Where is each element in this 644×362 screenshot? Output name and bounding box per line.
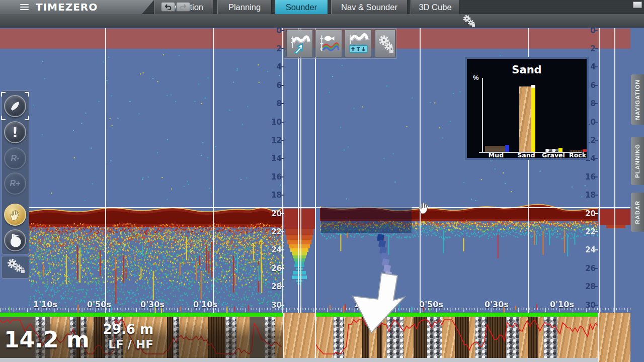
depth-tick bbox=[281, 176, 284, 177]
depth-tick bbox=[595, 85, 598, 86]
echo-sliders-icon bbox=[347, 32, 370, 55]
depth-tick bbox=[595, 66, 598, 67]
event-mark-button[interactable]: ! bbox=[3, 120, 27, 144]
sidebar-tab-radar[interactable]: RADAR bbox=[631, 193, 644, 232]
depth-tick bbox=[595, 122, 598, 123]
pan-mode-button[interactable] bbox=[3, 203, 27, 227]
range-out-button[interactable]: R- bbox=[3, 146, 27, 170]
depth-label: 24 bbox=[262, 245, 282, 254]
depth-label: 12 bbox=[262, 136, 282, 145]
depth-label: 22 bbox=[262, 227, 282, 236]
sidebar-tab-label: PLANNING bbox=[634, 144, 640, 178]
timezero-app: 0022446688101012121414161618182020222224… bbox=[0, 0, 644, 362]
menu-icon[interactable] bbox=[20, 4, 29, 11]
grid-line-vertical bbox=[105, 28, 106, 313]
drop-arrow-cursor bbox=[342, 261, 413, 337]
time-label: 0'50s bbox=[82, 300, 117, 309]
boat-icon bbox=[4, 95, 26, 117]
window-button[interactable] bbox=[633, 2, 642, 8]
depth-tick bbox=[281, 195, 284, 196]
depth-label: 8 bbox=[262, 99, 282, 108]
depth-tick bbox=[281, 231, 284, 232]
tools-lock-button[interactable] bbox=[3, 257, 27, 277]
depth-tick bbox=[281, 268, 284, 269]
sidebar-tab-planning[interactable]: PLANNING bbox=[631, 137, 644, 185]
tab-label: Nav & Sounder bbox=[341, 3, 397, 12]
depth-label: 10 bbox=[262, 118, 282, 127]
sounder-settings-button[interactable] bbox=[375, 30, 395, 57]
depth-label: 16 bbox=[576, 172, 596, 182]
tab-planning[interactable]: Planning bbox=[217, 0, 272, 14]
depth-tick bbox=[595, 249, 598, 250]
fish-echo-icon bbox=[317, 32, 341, 55]
depth-tick bbox=[595, 286, 598, 287]
range-in-button[interactable]: R+ bbox=[3, 171, 27, 196]
depth-label: 6 bbox=[262, 81, 282, 90]
create-waypoint-button[interactable] bbox=[3, 228, 27, 252]
depth-tick bbox=[281, 103, 284, 104]
center-on-boat-button[interactable] bbox=[3, 94, 27, 118]
depth-label: 28 bbox=[576, 282, 596, 291]
panel-divider-line bbox=[315, 28, 316, 313]
depth-tick bbox=[281, 213, 284, 214]
waypoint-flag-icon bbox=[4, 229, 26, 251]
hand-icon bbox=[4, 204, 26, 226]
gears-lock-icon bbox=[376, 34, 394, 54]
echo-history-button[interactable] bbox=[286, 30, 313, 57]
echo-selection-box[interactable] bbox=[321, 207, 412, 233]
depth-tick bbox=[281, 158, 284, 159]
panel-divider-line bbox=[282, 28, 283, 313]
grid-line-vertical bbox=[213, 28, 214, 313]
workspace-tab-bar bbox=[0, 14, 644, 28]
undo-icon bbox=[165, 4, 172, 10]
fish-display-button[interactable] bbox=[315, 30, 342, 57]
depth-label: 18 bbox=[262, 191, 282, 200]
depth-label: 16 bbox=[262, 172, 282, 182]
bottom-scrollbar[interactable] bbox=[0, 358, 598, 362]
depth-tick bbox=[595, 176, 598, 177]
depth-tick bbox=[595, 30, 598, 31]
echo-adjustments-button[interactable] bbox=[345, 30, 371, 57]
popup-bar-cap bbox=[531, 85, 535, 88]
tab-3d-cube[interactable]: 3D Cube bbox=[411, 0, 460, 14]
redo-icon bbox=[180, 4, 187, 10]
grid-line-vertical bbox=[599, 28, 600, 313]
tab-label: 3D Cube bbox=[419, 3, 451, 12]
range-plus-icon: R+ bbox=[10, 179, 21, 188]
depth-tick bbox=[281, 305, 284, 306]
popup-category-label: Rock bbox=[562, 151, 593, 159]
grid-line-vertical bbox=[614, 28, 615, 313]
workspace-settings-button[interactable] bbox=[461, 14, 478, 28]
depth-label: 2 bbox=[576, 44, 596, 53]
grid-line-vertical bbox=[420, 28, 421, 313]
depth-tick bbox=[595, 195, 598, 196]
popup-category-label: Sand bbox=[511, 151, 541, 159]
popup-bar bbox=[519, 86, 531, 152]
depth-tick bbox=[595, 48, 598, 49]
redo-button[interactable] bbox=[176, 2, 190, 12]
time-label: 1'10s bbox=[28, 300, 63, 309]
echo-cursor-icon bbox=[288, 32, 311, 55]
gears-lock-icon bbox=[461, 14, 477, 28]
depth-label: 24 bbox=[576, 245, 596, 254]
popup-category-label: Mud bbox=[481, 151, 511, 159]
time-label: 0'10s bbox=[188, 300, 223, 309]
depth-tick bbox=[281, 140, 284, 141]
depth-tick bbox=[595, 158, 598, 159]
bottom-classification-popup: Sand % MudSandGravelRock bbox=[465, 57, 589, 160]
sidebar-tab-navigation[interactable]: NAVIGATION bbox=[631, 74, 644, 125]
live-edge-column bbox=[598, 313, 630, 362]
depth-label: 2 bbox=[262, 44, 282, 53]
depth-tick bbox=[595, 305, 598, 306]
undo-button[interactable] bbox=[161, 2, 175, 12]
hand-cursor bbox=[417, 200, 432, 215]
tab-label: Planning bbox=[228, 3, 261, 12]
depth-tick bbox=[595, 231, 598, 232]
depth-tick bbox=[595, 268, 598, 269]
bottom-quality-bar bbox=[0, 313, 283, 317]
tab-nav-and-sounder[interactable]: Nav & Sounder bbox=[331, 0, 408, 14]
depth-tick bbox=[281, 66, 284, 67]
depth-tick bbox=[281, 122, 284, 123]
depth-label: 14 bbox=[262, 154, 282, 163]
tab-sounder[interactable]: Sounder bbox=[275, 0, 328, 14]
